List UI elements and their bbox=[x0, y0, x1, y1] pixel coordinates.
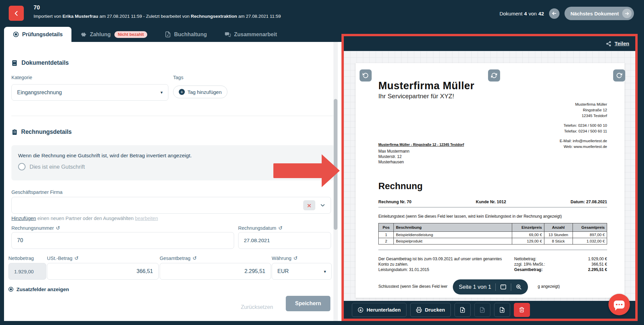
chat-bubbles-icon bbox=[224, 31, 231, 38]
invoice-tagline: Ihr Servicepartner für XYZ! bbox=[378, 93, 454, 100]
vat-amount-label: USt.-Betrag↺ bbox=[47, 256, 78, 261]
rotate-left-button[interactable] bbox=[360, 69, 372, 82]
history-icon[interactable]: ↺ bbox=[56, 226, 60, 231]
kategorie-label: Kategorie bbox=[11, 75, 32, 80]
invoice-sender-line: Musterfirma Müller - Ringstraße 12 - 123… bbox=[378, 143, 464, 147]
export-document-button[interactable] bbox=[494, 303, 510, 317]
document-preview-panel: Teilen Musterfirma Müller Ihr Servicepar… bbox=[341, 34, 638, 321]
window-icon bbox=[500, 284, 506, 290]
page-indicator-label: Seite 1 von 1 bbox=[459, 284, 491, 290]
show-extra-fields-link[interactable]: Zusatzfelder anzeigen bbox=[8, 286, 69, 292]
credit-note-info-box: Wenn die Rechnung eine Gutschrift ist, w… bbox=[11, 145, 335, 180]
invoice-date-input[interactable] bbox=[238, 232, 331, 249]
chat-bubble-icon bbox=[614, 301, 625, 309]
invoice-divider bbox=[378, 207, 607, 208]
panel-scrollbar-thumb[interactable] bbox=[334, 99, 337, 230]
invoice-divider bbox=[378, 250, 607, 250]
print-button[interactable]: Drucken bbox=[410, 303, 451, 317]
zoom-in-button[interactable] bbox=[516, 284, 522, 290]
currency-value: EUR bbox=[277, 268, 289, 274]
partner-select[interactable]: × bbox=[11, 197, 331, 214]
next-document-button[interactable]: Nächstes Dokument bbox=[565, 7, 634, 20]
invoice-number-input[interactable] bbox=[11, 232, 234, 249]
table-row: 1 Beispieldienstleistung 69,00 € 13 Stun… bbox=[379, 232, 607, 238]
save-button[interactable]: Speichern bbox=[286, 296, 330, 311]
preview-toolbar: Herunterladen Drucken bbox=[344, 301, 635, 319]
top-header: 70 Importiert von Erika Musterfrau am 27… bbox=[0, 0, 644, 27]
back-button[interactable] bbox=[9, 6, 24, 21]
tab-zahlung[interactable]: Zahlung Nicht bezahlt bbox=[71, 27, 156, 42]
document-title: 70 bbox=[34, 4, 40, 11]
details-panel: Dokumentdetails Kategorie Eingangsrechnu… bbox=[4, 42, 341, 321]
invoice-number-label: Rechnungsnummer↺ bbox=[11, 225, 60, 231]
preview-canvas[interactable]: Musterfirma Müller Ihr Servicepartner fü… bbox=[344, 51, 635, 301]
credit-note-radio-label: Dies ist eine Gutschrift bbox=[30, 164, 85, 170]
file-check-icon bbox=[479, 307, 485, 313]
total-amount-label: Gesamtbetrag↺ bbox=[160, 256, 197, 261]
net-amount-label: Nettobetrag bbox=[8, 256, 34, 261]
history-icon[interactable]: ↺ bbox=[74, 256, 79, 261]
net-amount-field: 1.929,00 bbox=[8, 263, 46, 280]
preview-header: Teilen bbox=[344, 36, 635, 51]
edit-partner-link[interactable]: bearbeiten bbox=[135, 216, 158, 221]
history-icon[interactable]: ↺ bbox=[278, 226, 283, 231]
tab-bar: Prüfungsdetails Zahlung Nicht bezahlt Bu… bbox=[4, 27, 286, 42]
reset-button[interactable]: Zurücksetzen bbox=[239, 300, 275, 315]
invoice-payment-text: Der Gesamtbetrag ist bis zum 03.09.2021 … bbox=[378, 256, 502, 272]
invoice-line-items-table: Pos Beschreibung Einzelpreis Anzahl Gesa… bbox=[378, 223, 607, 245]
invoice-closing-text: g angezeigt) bbox=[538, 284, 560, 289]
section-dokumentdetails: Dokumentdetails bbox=[11, 59, 69, 66]
caret-down-icon: ▾ bbox=[324, 269, 326, 274]
book-icon bbox=[11, 60, 18, 66]
tab-zusammenarbeit[interactable]: Zusammenarbeit bbox=[216, 27, 286, 42]
table-header-row: Pos Beschreibung Einzelpreis Anzahl Gesa… bbox=[379, 223, 607, 232]
delete-document-button[interactable] bbox=[514, 303, 530, 317]
clear-partner-button[interactable]: × bbox=[303, 200, 315, 210]
history-icon[interactable]: ↺ bbox=[193, 256, 197, 261]
tab-pruefungsdetails[interactable]: Prüfungsdetails bbox=[4, 27, 71, 42]
previous-document-button[interactable] bbox=[549, 8, 559, 19]
imported-by: Erika Musterfrau bbox=[62, 14, 98, 19]
currency-select[interactable]: EUR ▾ bbox=[272, 263, 332, 280]
chevron-left-icon bbox=[13, 10, 19, 16]
history-icon[interactable]: ↺ bbox=[293, 256, 298, 261]
kategorie-select[interactable]: Eingangsrechnung ▾ bbox=[11, 84, 168, 101]
section-divider bbox=[11, 116, 335, 116]
invoice-closing-text: Schlusstext (wenn Sie dieses Feld leer bbox=[378, 284, 447, 289]
next-document-label: Nächstes Dokument bbox=[571, 11, 619, 16]
eye-icon bbox=[8, 286, 14, 292]
credit-note-radio-row[interactable]: Dies ist eine Gutschrift bbox=[18, 163, 328, 170]
clipboard-icon bbox=[11, 129, 18, 136]
rotate-right-button[interactable] bbox=[613, 69, 625, 82]
validate-document-button[interactable] bbox=[474, 303, 490, 317]
vat-amount-input[interactable] bbox=[47, 263, 159, 280]
invoice-meta-row: Rechnung Nr. 70 Kunde Nr. 1012 Datum: 27… bbox=[378, 200, 607, 204]
document-counter: Dokument4von42 bbox=[499, 11, 544, 16]
chevron-down-icon[interactable] bbox=[320, 203, 325, 208]
chat-widget-button[interactable] bbox=[608, 294, 630, 315]
download-button[interactable]: Herunterladen bbox=[352, 303, 407, 317]
invoice-title: Rechnung bbox=[378, 181, 423, 192]
arrow-right-icon bbox=[622, 9, 632, 18]
invoice-intro-text: Einleitungstext (wenn Sie dieses Feld le… bbox=[378, 214, 562, 219]
page-indicator-pill: Seite 1 von 1 bbox=[453, 279, 528, 294]
fit-page-button[interactable] bbox=[500, 284, 506, 290]
credit-note-radio[interactable] bbox=[18, 163, 25, 170]
arrow-left-icon bbox=[551, 11, 557, 16]
review-eye-icon bbox=[13, 31, 19, 38]
share-link[interactable]: Teilen bbox=[614, 41, 629, 47]
add-partner-link[interactable]: Hinzufügen bbox=[11, 216, 36, 221]
tab-buchhaltung[interactable]: Buchhaltung bbox=[156, 27, 216, 42]
upload-document-button[interactable] bbox=[454, 303, 471, 317]
share-icon bbox=[606, 41, 611, 47]
total-amount-input[interactable] bbox=[160, 263, 271, 280]
invoice-contact-block: Musterfirma Müller Ringstraße 12 12345 T… bbox=[560, 102, 607, 150]
piggy-bank-icon bbox=[80, 31, 87, 38]
refresh-button[interactable] bbox=[488, 69, 500, 82]
section-rechnungsdetails: Rechnungsdetails bbox=[11, 128, 72, 136]
table-row: 2 Beispielprodukt 129,00 € 8 Stück 1.032… bbox=[379, 238, 607, 245]
add-tag-button[interactable]: + Tag hinzufügen bbox=[173, 86, 227, 98]
document-meta: Importiert von Erika Musterfrau am 27.08… bbox=[34, 14, 281, 19]
magnifier-plus-icon bbox=[516, 284, 522, 290]
invoice-company-name: Musterfirma Müller bbox=[378, 80, 474, 92]
